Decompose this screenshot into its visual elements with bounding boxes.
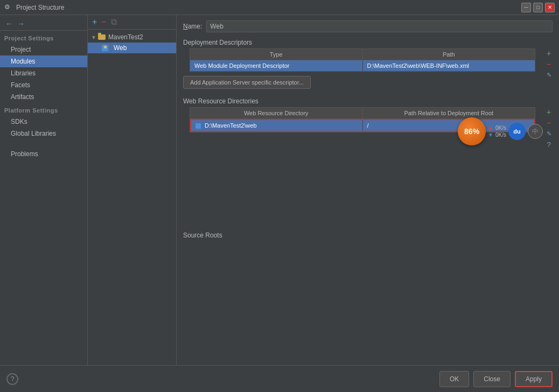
bottom-right: OK Close Apply (439, 371, 553, 387)
sidebar-item-libraries[interactable]: Libraries (0, 67, 87, 79)
tree-copy-button[interactable]: ⧉ (110, 17, 118, 27)
platform-settings-label: Platform Settings (0, 103, 87, 116)
web-resource-dir-cell: D:\MavenTest2\web (191, 120, 363, 131)
bottom-left: ? (6, 373, 18, 385)
sidebar-item-modules[interactable]: Modules (0, 55, 87, 67)
web-resource-dir-header: Web Resource Directory (190, 108, 363, 118)
back-button[interactable]: ← (4, 19, 14, 28)
apply-button[interactable]: Apply (515, 371, 553, 387)
window-title: Project Structure (16, 4, 521, 11)
tree-child-label: Web (114, 44, 127, 52)
sidebar-item-problems[interactable]: Problems (0, 148, 87, 160)
tree-root-node[interactable]: ▼ MavenTest2 (88, 32, 176, 43)
add-resource-button[interactable]: + (544, 107, 554, 117)
path-cell: D:\MavenTest2\web\WEB-INF\web.xml (363, 60, 535, 71)
network-stats: ▲ 0K/s ▼ 0K/s (488, 125, 506, 138)
content-scroll: Name: Deployment Descriptors Type Path W… (177, 15, 559, 365)
project-settings-label: Project Settings (0, 31, 87, 44)
performance-badge: 86% (458, 117, 486, 145)
tree-add-button[interactable]: + (91, 17, 98, 27)
deployment-table-container: Type Path Web Module Deployment Descript… (183, 48, 542, 72)
upload-speed: 0K/s (495, 125, 506, 131)
sidebar-item-sdks[interactable]: SDKs (0, 116, 87, 128)
name-input[interactable] (206, 20, 553, 32)
window-icon: ⚙ (4, 3, 13, 12)
tree-child-node[interactable]: Web (88, 43, 176, 53)
sidebar-toolbar: ← → (0, 17, 87, 31)
edit-deployment-button[interactable]: ✎ (544, 70, 554, 80)
minimize-button[interactable]: ─ (521, 3, 531, 12)
remove-resource-button[interactable]: − (544, 118, 554, 128)
close-button[interactable]: ✕ (545, 3, 555, 12)
cn-button[interactable]: 中 (528, 124, 543, 139)
sidebar-item-global-libraries[interactable]: Global Libraries (0, 128, 87, 139)
download-speed: 0K/s (495, 132, 506, 138)
download-arrow-icon: ▼ (488, 132, 493, 138)
baidu-logo[interactable]: du (508, 123, 526, 140)
bottom-bar: ? OK Close Apply (0, 365, 559, 392)
web-resource-label: Web Resource Directories (177, 95, 559, 107)
tree-panel: + − ⧉ ▼ MavenTest2 Web (88, 15, 177, 365)
tree-toolbar: + − ⧉ (88, 15, 176, 30)
tree-root-label: MavenTest2 (108, 33, 143, 41)
content-area: Name: Deployment Descriptors Type Path W… (177, 15, 559, 365)
help-button[interactable]: ? (6, 373, 18, 385)
expand-icon: ▼ (91, 34, 97, 40)
main-layout: ← → Project Settings Project Modules Lib… (0, 15, 559, 365)
deployment-table: Type Path Web Module Deployment Descript… (190, 48, 535, 72)
tree-remove-button[interactable]: − (100, 17, 107, 27)
download-stat: ▼ 0K/s (488, 132, 506, 138)
remove-deployment-button[interactable]: − (544, 59, 554, 69)
source-roots-section: Source Roots (177, 229, 559, 241)
add-deployment-button[interactable]: + (544, 48, 554, 58)
source-roots-label: Source Roots (183, 229, 553, 241)
upload-arrow-icon: ▲ (488, 125, 493, 131)
path-column-header: Path (363, 49, 535, 60)
add-descriptor-button[interactable]: Add Application Server specific descript… (183, 76, 311, 89)
forward-button[interactable]: → (16, 19, 26, 28)
window-controls: ─ □ ✕ (521, 3, 555, 12)
deployment-root-path-header: Path Relative to Deployment Root (363, 108, 535, 118)
close-button-bottom[interactable]: Close (473, 371, 511, 387)
edit-resource-button[interactable]: ✎ (544, 129, 554, 138)
restore-button[interactable]: □ (533, 3, 543, 12)
name-row: Name: (177, 15, 559, 37)
sidebar: ← → Project Settings Project Modules Lib… (0, 15, 88, 365)
sidebar-item-project[interactable]: Project (0, 44, 87, 55)
deployment-descriptors-label: Deployment Descriptors (177, 37, 559, 48)
ok-button[interactable]: OK (439, 371, 469, 387)
upload-stat: ▲ 0K/s (488, 125, 506, 131)
help-resource-button[interactable]: ? (544, 139, 554, 149)
badge-overlay: 86% ▲ 0K/s ▼ 0K/s du 中 (458, 117, 543, 145)
module-icon (101, 45, 109, 51)
title-bar: ⚙ Project Structure ─ □ ✕ (0, 0, 559, 15)
name-label: Name: (183, 23, 202, 30)
deployment-table-header: Type Path (190, 49, 535, 60)
type-cell: Web Module Deployment Descriptor (190, 60, 363, 71)
folder-icon (97, 34, 106, 40)
sidebar-item-artifacts[interactable]: Artifacts (0, 91, 87, 103)
deployment-table-row[interactable]: Web Module Deployment Descriptor D:\Mave… (190, 60, 535, 71)
type-column-header: Type (190, 49, 363, 60)
tree-content: ▼ MavenTest2 Web (88, 30, 176, 365)
sidebar-item-facets[interactable]: Facets (0, 79, 87, 91)
